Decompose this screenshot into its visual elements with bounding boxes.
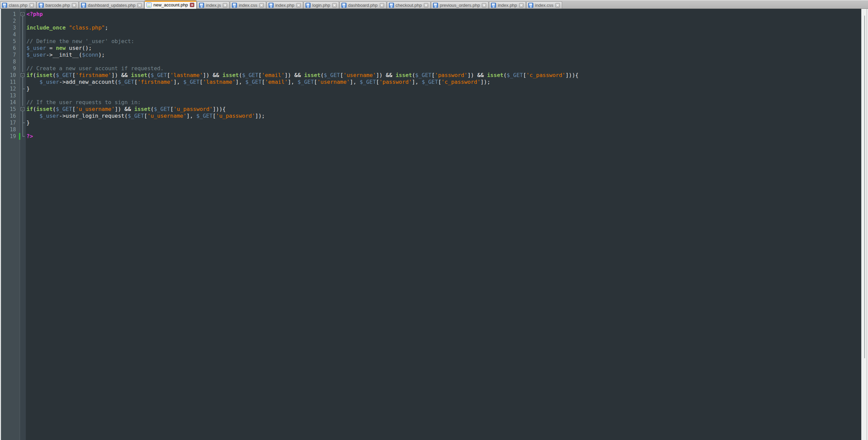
line-number[interactable]: 15 [1, 106, 20, 113]
code-line-16[interactable]: $_user->user_login_request($_GET['u_user… [26, 113, 861, 119]
file-icon [491, 3, 496, 8]
fold-guide [20, 79, 26, 85]
tab-barcode-php-1[interactable]: barcode.php✕ [37, 1, 79, 8]
code-line-7[interactable]: $_user->__init__($conn); [26, 52, 861, 58]
fold-collapse-icon[interactable] [20, 11, 26, 18]
tab-label: class.php [9, 3, 27, 8]
line-number[interactable]: 8 [1, 58, 20, 65]
line-number[interactable]: 18 [1, 126, 20, 133]
fold-guide [20, 113, 26, 119]
line-number[interactable]: 2 [1, 18, 20, 24]
code-line-19[interactable]: ?> [26, 133, 861, 140]
code-line-1[interactable]: <?php [26, 11, 861, 18]
close-icon[interactable]: ✕ [72, 3, 76, 7]
line-number[interactable]: 19 [1, 133, 20, 140]
code-pane[interactable]: <?php include_once "class.php"; // Defin… [26, 9, 861, 440]
tab-login-php-7[interactable]: login.php✕ [303, 1, 339, 8]
tab-checkout-php-9[interactable]: checkout.php✕ [387, 1, 431, 8]
close-icon[interactable]: ✕ [29, 3, 34, 7]
tab-label: dashboard.php [348, 3, 378, 8]
file-icon [146, 2, 152, 7]
code-line-18[interactable] [26, 126, 861, 133]
line-number[interactable]: 1 [1, 11, 20, 18]
close-icon[interactable]: ✕ [555, 3, 560, 7]
fold-guide [20, 92, 26, 99]
fold-guide [20, 126, 26, 133]
close-icon[interactable]: ✕ [223, 3, 227, 7]
tab-previous_orders-php-10[interactable]: previous_orders.php✕ [431, 1, 489, 8]
line-number[interactable]: 3 [1, 24, 20, 31]
close-icon[interactable]: ✕ [296, 3, 301, 7]
tab-index-php-6[interactable]: index.php✕ [267, 1, 303, 8]
line-number[interactable]: 11 [1, 79, 20, 85]
code-line-17[interactable]: } [26, 119, 861, 126]
fold-guide [20, 65, 26, 72]
close-icon[interactable]: ✕ [332, 3, 337, 7]
fold-guide [20, 133, 26, 140]
close-icon[interactable]: ✕ [519, 3, 524, 7]
code-line-14[interactable]: // If the user requests to sign in: [26, 99, 861, 106]
tab-label: previous_orders.php [440, 3, 480, 8]
tab-index-css-12[interactable]: index.css✕ [526, 1, 562, 8]
fold-margin[interactable] [20, 9, 26, 440]
close-icon[interactable]: ✕ [380, 3, 384, 7]
tab-index-php-11[interactable]: index.php✕ [489, 1, 526, 8]
line-number[interactable]: 10 [1, 72, 20, 79]
tab-new_account-php-3[interactable]: new_account.php✕ [144, 0, 197, 9]
close-icon[interactable]: ✕ [482, 3, 486, 7]
file-icon [232, 3, 237, 8]
line-number[interactable]: 4 [1, 31, 20, 38]
tab-label: barcode.php [45, 3, 70, 8]
editor: 12345678910111213141516171819 <?php incl… [0, 9, 868, 440]
tab-label: index.php [275, 3, 294, 8]
tab-label: new_account.php [153, 2, 188, 7]
line-number-gutter[interactable]: 12345678910111213141516171819 [1, 9, 20, 440]
tab-label: login.php [312, 3, 330, 8]
file-icon [81, 3, 86, 8]
line-number[interactable]: 13 [1, 92, 20, 99]
tab-dashboard-php-8[interactable]: dashboard.php✕ [339, 1, 387, 8]
code-line-13[interactable] [26, 92, 861, 99]
code-line-15[interactable]: if(isset($_GET['u_username']) && isset($… [26, 106, 861, 113]
code-line-5[interactable]: // Define the new '_user' object: [26, 38, 861, 45]
tab-class-php-0[interactable]: class.php✕ [0, 1, 36, 8]
tab-index-css-5[interactable]: index.css✕ [230, 1, 266, 8]
file-icon [269, 3, 274, 8]
close-icon[interactable]: ✕ [259, 3, 264, 7]
line-number[interactable]: 16 [1, 113, 20, 119]
tab-dashboard_updates-php-2[interactable]: dashboard_updates.php✕ [79, 1, 144, 8]
fold-guide [20, 52, 26, 58]
code-line-9[interactable]: // Create a new user account if requeste… [26, 65, 861, 72]
code-line-10[interactable]: if(isset($_GET['firstname']) && isset($_… [26, 72, 861, 79]
line-number[interactable]: 9 [1, 65, 20, 72]
fold-collapse-icon[interactable] [20, 106, 26, 113]
line-number[interactable]: 6 [1, 45, 20, 52]
line-number[interactable]: 7 [1, 52, 20, 58]
scrollbar-thumb[interactable] [864, 16, 865, 358]
tab-index-js-4[interactable]: index.js✕ [197, 1, 230, 8]
fold-guide [20, 18, 26, 24]
fold-guide [20, 31, 26, 38]
code-line-8[interactable] [26, 58, 861, 65]
file-icon [389, 3, 394, 8]
fold-guide [20, 99, 26, 106]
code-line-6[interactable]: $_user = new user(); [26, 45, 861, 52]
close-icon[interactable]: ✕ [424, 3, 428, 7]
close-icon[interactable]: ✕ [190, 3, 194, 7]
file-icon [433, 3, 438, 8]
code-line-4[interactable] [26, 31, 861, 38]
line-number[interactable]: 5 [1, 38, 20, 45]
code-line-12[interactable]: } [26, 85, 861, 92]
close-icon[interactable]: ✕ [137, 3, 142, 7]
line-number[interactable]: 12 [1, 85, 20, 92]
tab-label: dashboard_updates.php [88, 3, 135, 8]
code-line-3[interactable]: include_once "class.php"; [26, 24, 861, 31]
vertical-scrollbar[interactable] [861, 9, 868, 440]
code-line-11[interactable]: $_user->add_new_account($_GET['firstname… [26, 79, 861, 85]
line-number[interactable]: 14 [1, 99, 20, 106]
line-number[interactable]: 17 [1, 119, 20, 126]
fold-collapse-icon[interactable] [20, 72, 26, 79]
code-line-2[interactable] [26, 18, 861, 24]
tab-label: index.css [535, 3, 553, 8]
saved-change-marker [19, 133, 20, 140]
